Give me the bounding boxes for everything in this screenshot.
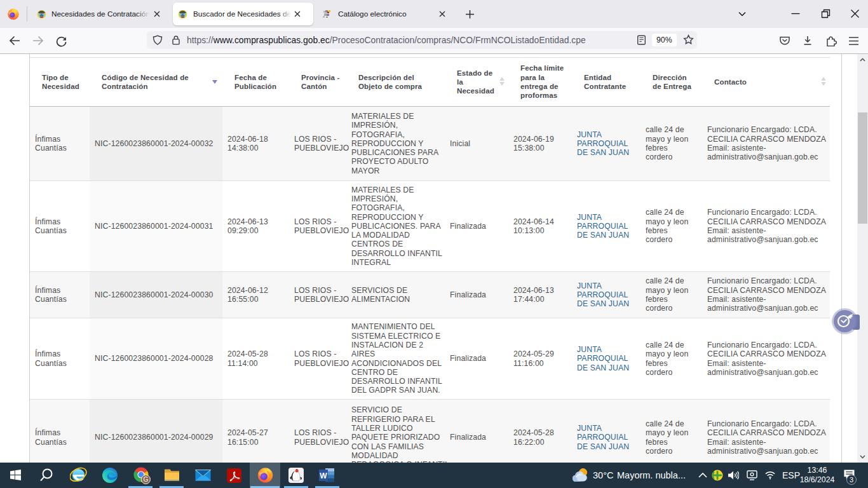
svg-text:W: W xyxy=(320,471,327,480)
